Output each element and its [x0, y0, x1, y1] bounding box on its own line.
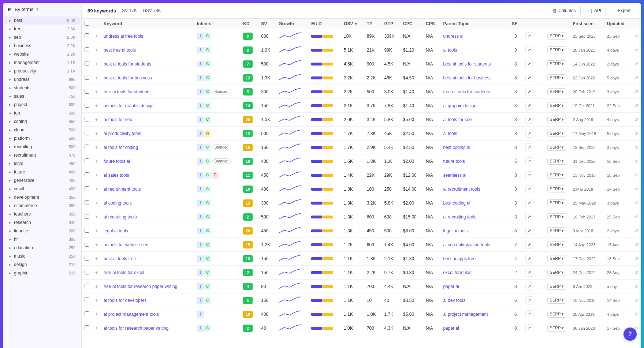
trend-icon[interactable]: ↗: [525, 296, 533, 304]
row-add-cell[interactable]: +: [92, 307, 101, 321]
serp-button[interactable]: SERP ▾: [547, 88, 567, 95]
refresh-icon[interactable]: ↺: [634, 173, 638, 178]
trend-icon[interactable]: ↗: [525, 213, 533, 221]
keyword-link[interactable]: ai tools for coding: [104, 145, 138, 150]
keyword-link[interactable]: ai coding tools: [104, 201, 132, 206]
row-checkbox[interactable]: [85, 325, 89, 330]
col-md[interactable]: M / D: [308, 19, 341, 29]
serp-button[interactable]: SERP ▾: [547, 60, 567, 67]
parent-topic-link[interactable]: ai project management: [443, 312, 488, 317]
row-add-cell[interactable]: +: [92, 85, 101, 99]
sidebar-item-sales[interactable]: ▶ sales 750: [4, 92, 80, 100]
keyword-link[interactable]: free ai tools for students: [104, 89, 150, 94]
refresh-icon[interactable]: ↺: [634, 89, 638, 94]
row-add-cell[interactable]: +: [92, 238, 101, 252]
sidebar-item-coding[interactable]: ▶ coding 550: [4, 117, 80, 126]
refresh-icon[interactable]: ↺: [634, 34, 638, 39]
sidebar-item-website[interactable]: ▶ website 1.2K: [4, 50, 80, 58]
refresh-icon[interactable]: ↺: [634, 187, 638, 192]
keyword-link[interactable]: legal ai tools: [104, 228, 128, 233]
row-checkbox[interactable]: [85, 270, 89, 274]
col-gtp[interactable]: GTP: [381, 19, 400, 29]
row-checkbox[interactable]: [85, 242, 89, 247]
refresh-icon[interactable]: ↺: [634, 214, 638, 220]
serp-button[interactable]: SERP ▾: [547, 227, 567, 234]
row-checkbox[interactable]: [85, 103, 89, 108]
sidebar-item-best[interactable]: ▶ best 5.0K: [4, 16, 80, 25]
keyword-link[interactable]: ai tools for research paper writing: [104, 326, 168, 331]
sidebar-item-free[interactable]: ▶ free 2.8K: [4, 25, 80, 33]
serp-button[interactable]: SERP ▾: [547, 130, 567, 137]
refresh-icon[interactable]: ↺: [634, 256, 638, 261]
trend-icon[interactable]: ↗: [525, 310, 533, 318]
keyword-link[interactable]: ai productivity tools: [104, 131, 141, 136]
parent-topic-link[interactable]: best coding ai: [443, 201, 470, 206]
parent-topic-link[interactable]: legal ai tools: [443, 228, 468, 233]
refresh-icon[interactable]: ↺: [634, 159, 638, 164]
parent-topic-link[interactable]: future tools: [443, 159, 465, 164]
trend-icon[interactable]: ↗: [525, 130, 533, 138]
keyword-link[interactable]: ai recruitment tools: [104, 187, 141, 192]
row-add-cell[interactable]: +: [92, 141, 101, 154]
parent-topic-link[interactable]: undress ai: [443, 34, 463, 39]
sidebar-item-recruiting[interactable]: ▶ recruiting 500: [4, 143, 80, 151]
sidebar-item-finance[interactable]: ▶ finance 300: [4, 227, 80, 235]
parent-topic-link[interactable]: free ai tools for students: [443, 89, 490, 94]
row-checkbox[interactable]: [85, 131, 89, 135]
sidebar-item-generative[interactable]: ▶ generative 400: [4, 176, 80, 184]
parent-topic-link[interactable]: paper ai: [443, 284, 459, 289]
row-checkbox[interactable]: [85, 33, 89, 38]
parent-topic-link[interactable]: seamless ai: [443, 173, 466, 178]
sidebar-item-business[interactable]: ▶ business 2.2K: [4, 42, 80, 50]
parent-topic-link[interactable]: best ai apps free: [443, 256, 476, 261]
keyword-link[interactable]: future tools ai: [104, 159, 130, 164]
sidebar-item-cloud[interactable]: ▶ cloud 500: [4, 126, 80, 134]
sidebar-header[interactable]: ⊞ By terms ▼: [3, 3, 81, 16]
trend-icon[interactable]: ↗: [525, 116, 533, 124]
serp-button[interactable]: SERP ▾: [547, 74, 567, 81]
row-add-cell[interactable]: +: [92, 280, 101, 293]
serp-button[interactable]: SERP ▾: [547, 116, 567, 123]
columns-button[interactable]: ▦ Columns: [548, 6, 580, 15]
refresh-icon[interactable]: ↺: [634, 270, 638, 275]
serp-button[interactable]: SERP ▾: [547, 325, 567, 332]
refresh-icon[interactable]: ↺: [634, 61, 638, 67]
keyword-link[interactable]: best free ai tools: [104, 48, 136, 53]
trend-icon[interactable]: ↗: [525, 88, 533, 96]
refresh-icon[interactable]: ↺: [634, 145, 638, 150]
row-checkbox[interactable]: [85, 298, 89, 302]
refresh-icon[interactable]: ↺: [634, 298, 638, 303]
trend-icon[interactable]: ↗: [525, 60, 533, 68]
keyword-link[interactable]: ai sales tools: [104, 173, 129, 178]
keyword-link[interactable]: ai tools for seo: [104, 117, 132, 122]
trend-icon[interactable]: ↗: [525, 157, 533, 165]
row-checkbox[interactable]: [85, 172, 89, 177]
serp-button[interactable]: SERP ▾: [547, 199, 567, 206]
sidebar-item-teachers[interactable]: ▶ teachers 350: [4, 210, 80, 218]
row-checkbox[interactable]: [85, 186, 89, 191]
col-growth[interactable]: Growth: [276, 19, 308, 29]
col-sf[interactable]: SF: [509, 19, 522, 29]
trend-icon[interactable]: ↗: [525, 32, 533, 40]
keyword-link[interactable]: best ai tools for students: [104, 61, 151, 67]
select-all-checkbox[interactable]: [85, 21, 89, 26]
parent-topic-link[interactable]: best ai tools for students: [443, 61, 491, 67]
keyword-link[interactable]: free ai tools for research paper writing: [104, 284, 177, 289]
row-add-cell[interactable]: +: [92, 57, 101, 71]
trend-icon[interactable]: ↗: [525, 199, 533, 207]
row-add-cell[interactable]: +: [92, 210, 101, 224]
keyword-link[interactable]: best ai tools for business: [104, 75, 152, 81]
sidebar-item-music[interactable]: ▶ music 250: [4, 252, 80, 260]
keyword-link[interactable]: ai project management tools: [104, 312, 159, 317]
row-checkbox[interactable]: [85, 117, 89, 121]
col-sv[interactable]: SV: [258, 19, 276, 29]
refresh-icon[interactable]: ↺: [634, 75, 638, 81]
row-add-cell[interactable]: +: [92, 29, 101, 43]
trend-icon[interactable]: ↗: [525, 185, 533, 193]
row-add-cell[interactable]: +: [92, 293, 101, 307]
row-checkbox[interactable]: [85, 256, 89, 261]
row-checkbox[interactable]: [85, 311, 89, 316]
sidebar-item-future[interactable]: ▶ future 400: [4, 168, 80, 176]
sidebar-item-recruitment[interactable]: ▶ recruitment 470: [4, 151, 80, 159]
row-add-cell[interactable]: +: [92, 266, 101, 280]
